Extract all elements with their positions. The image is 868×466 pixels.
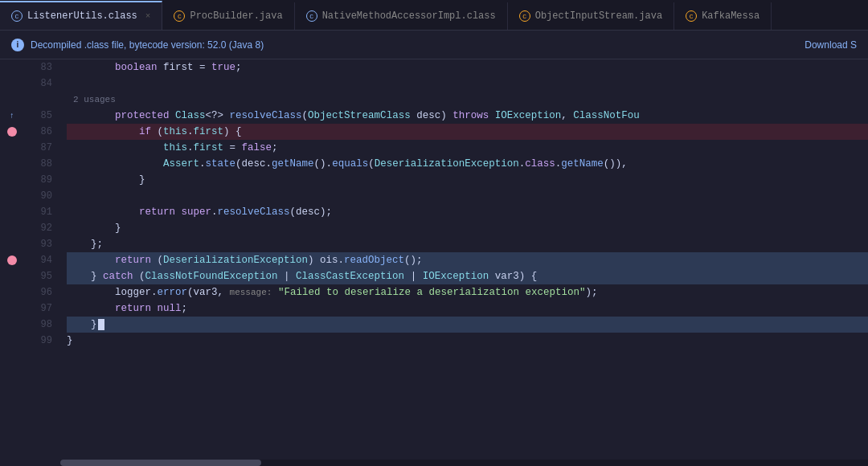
gutter-86 bbox=[0, 124, 24, 140]
code-line-89: } bbox=[67, 172, 868, 188]
gutter-90 bbox=[0, 188, 24, 204]
usages-label: 2 usages bbox=[67, 92, 868, 108]
gutter-96 bbox=[0, 284, 24, 300]
gutter-85: ↑ bbox=[0, 108, 24, 124]
tab-icon-class: C bbox=[11, 10, 23, 22]
code-line-99: } bbox=[67, 333, 868, 349]
line-num-83: 83 bbox=[24, 59, 52, 76]
line-num-89: 89 bbox=[24, 172, 52, 188]
info-message: i Decompiled .class file, bytecode versi… bbox=[11, 39, 264, 51]
line-num-96: 96 bbox=[24, 284, 52, 300]
tab-icon-java: C bbox=[686, 10, 697, 22]
tab-label: ListenerUtils.class bbox=[27, 10, 137, 22]
code-line-96: logger.error(var3, message: "Failed to d… bbox=[67, 284, 868, 300]
line-num-93: 93 bbox=[24, 236, 52, 252]
gutter-84 bbox=[0, 76, 24, 92]
code-line-87: this.first = false; bbox=[67, 140, 868, 156]
code-line-92: } bbox=[67, 220, 868, 236]
line-num-87: 87 bbox=[24, 140, 52, 156]
code-line-83: boolean first = true; bbox=[67, 59, 868, 76]
code-line-98: } bbox=[67, 317, 868, 333]
code-line-94: return (DeserializationException) ois.re… bbox=[67, 252, 868, 268]
gutter: ↑ bbox=[0, 59, 24, 466]
code-line-85: protected Class<?> resolveClass(ObjectSt… bbox=[67, 108, 868, 124]
gutter-98 bbox=[0, 317, 24, 333]
info-icon: i bbox=[11, 39, 24, 51]
code-line-93: }; bbox=[67, 236, 868, 252]
tab-icon-class: C bbox=[306, 10, 317, 22]
download-link[interactable]: Download S bbox=[805, 39, 857, 51]
line-num-92: 92 bbox=[24, 220, 52, 236]
code-line-91: return super.resolveClass(desc); bbox=[67, 204, 868, 220]
tab-icon-java: C bbox=[519, 10, 530, 22]
line-num-90: 90 bbox=[24, 188, 52, 204]
line-num-98: 98 bbox=[24, 317, 52, 333]
gutter-93 bbox=[0, 236, 24, 252]
line-num-85: 85 bbox=[24, 108, 52, 124]
gutter-89 bbox=[0, 172, 24, 188]
line-num-91: 91 bbox=[24, 204, 52, 220]
gutter-92 bbox=[0, 220, 24, 236]
tab-kafka-msg[interactable]: C KafkaMessa bbox=[674, 2, 772, 30]
gutter-87 bbox=[0, 140, 24, 156]
code-line-84 bbox=[67, 76, 868, 92]
tab-label: NativeMethodAccessorImpl.class bbox=[322, 10, 496, 22]
info-text: Decompiled .class file, bytecode version… bbox=[31, 39, 264, 51]
line-num-99: 99 bbox=[24, 333, 52, 349]
tab-object-input[interactable]: C ObjectInputStream.java bbox=[508, 2, 674, 30]
gutter-usages bbox=[0, 92, 24, 108]
tab-label: KafkaMessa bbox=[702, 10, 760, 22]
horizontal-scrollbar[interactable] bbox=[60, 460, 868, 466]
override-icon: ↑ bbox=[10, 112, 14, 121]
tab-listener-utils[interactable]: C ListenerUtils.class × bbox=[0, 1, 162, 30]
gutter-83 bbox=[0, 59, 24, 76]
line-numbers: 83 84 -- 85 86 87 88 89 90 91 92 93 94 9… bbox=[24, 59, 60, 466]
tab-label: ProcBuilder.java bbox=[190, 10, 282, 22]
tab-bar: C ListenerUtils.class × C ProcBuilder.ja… bbox=[0, 0, 868, 31]
code-line-95: } catch (ClassNotFoundException | ClassC… bbox=[67, 268, 868, 284]
breakpoint-icon[interactable] bbox=[7, 127, 17, 137]
line-num-95: 95 bbox=[24, 268, 52, 284]
text-cursor bbox=[98, 319, 104, 330]
tab-close-button[interactable]: × bbox=[145, 11, 151, 21]
code-content: boolean first = true; 2 usages protected… bbox=[60, 59, 868, 466]
code-line-90 bbox=[67, 188, 868, 204]
line-num-84: 84 bbox=[24, 76, 52, 92]
gutter-95 bbox=[0, 268, 24, 284]
gutter-88 bbox=[0, 156, 24, 172]
gutter-94 bbox=[0, 252, 24, 268]
line-num-97: 97 bbox=[24, 300, 52, 317]
gutter-97 bbox=[0, 300, 24, 317]
code-line-97: return null; bbox=[67, 300, 868, 317]
code-line-86: if (this.first) { bbox=[67, 124, 868, 140]
breakpoint-icon-2[interactable] bbox=[7, 255, 17, 265]
scrollbar-thumb[interactable] bbox=[60, 460, 261, 466]
line-num-94: 94 bbox=[24, 252, 52, 268]
tab-native-method[interactable]: C NativeMethodAccessorImpl.class bbox=[295, 2, 508, 30]
gutter-99 bbox=[0, 333, 24, 349]
line-num-usages: -- bbox=[24, 92, 52, 108]
line-num-88: 88 bbox=[24, 156, 52, 172]
tab-icon-java: C bbox=[174, 10, 185, 22]
tab-proc-builder[interactable]: C ProcBuilder.java bbox=[162, 2, 294, 30]
gutter-91 bbox=[0, 204, 24, 220]
info-bar: i Decompiled .class file, bytecode versi… bbox=[0, 31, 868, 59]
tab-label: ObjectInputStream.java bbox=[535, 10, 662, 22]
code-line-88: Assert.state(desc.getName().equals(Deser… bbox=[67, 156, 868, 172]
code-area: ↑ 83 84 -- 85 86 87 88 89 90 91 bbox=[0, 59, 868, 466]
line-num-86: 86 bbox=[24, 124, 52, 140]
